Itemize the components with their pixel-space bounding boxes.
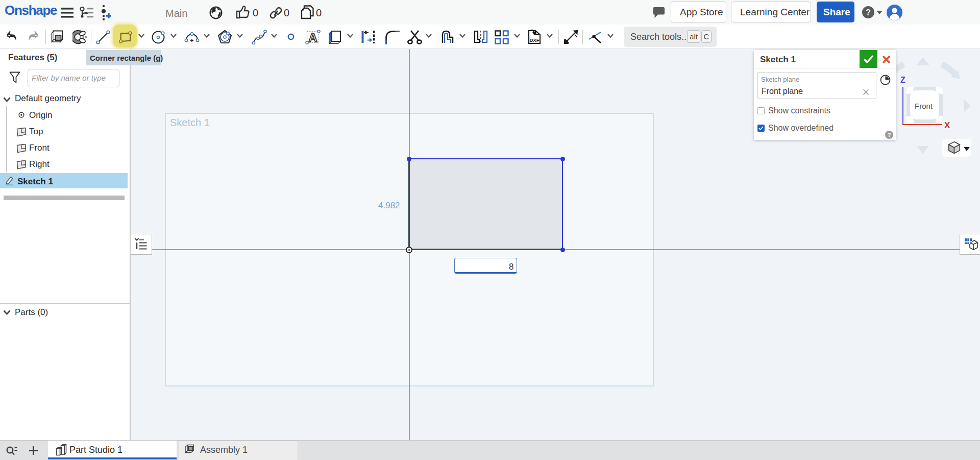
svg-text:DXF: DXF (530, 37, 540, 43)
svg-text:?: ? (888, 132, 891, 138)
svg-text:A: A (308, 31, 317, 44)
